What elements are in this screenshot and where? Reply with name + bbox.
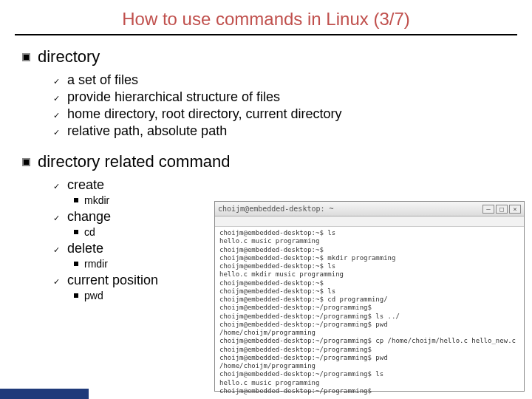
list-item: ✓ a set of files — [53, 72, 532, 88]
small-square-bullet-icon — [74, 230, 78, 234]
list-item: ✓ provide hierarchical structure of file… — [53, 89, 532, 105]
close-button[interactable]: × — [509, 205, 521, 214]
section-directory: directory ✓ a set of files ✓ provide hie… — [22, 47, 532, 139]
terminal-line: hello.c music programming — [219, 237, 519, 245]
sub-item-text: mkdir — [84, 194, 109, 206]
item-text: change — [67, 209, 111, 225]
list-item: ✓ home directory, root directory, curren… — [53, 106, 532, 122]
terminal-line: hello.c music programming — [219, 379, 519, 387]
window-titlebar: choijm@embedded-desktop: ~ – □ × — [215, 202, 524, 216]
window-menubar — [215, 216, 524, 227]
maximize-button[interactable]: □ — [496, 205, 508, 214]
check-icon: ✓ — [53, 277, 60, 287]
item-text: delete — [67, 241, 103, 256]
terminal-line: choijm@embedded-desktop:~/programming$ — [219, 387, 519, 395]
small-square-bullet-icon — [74, 293, 78, 298]
terminal-line: choijm@embedded-desktop:~$ cd programmin… — [219, 296, 519, 304]
small-square-bullet-icon — [74, 198, 78, 202]
minimize-button[interactable]: – — [482, 205, 494, 214]
footer-accent-bar — [0, 389, 89, 399]
terminal-line: /home/choijm/programming — [219, 329, 519, 337]
terminal-line: choijm@embedded-desktop:~/programming$ — [219, 346, 519, 354]
sub-item-text: cd — [84, 226, 95, 238]
check-icon: ✓ — [53, 128, 60, 137]
terminal-line: choijm@embedded-desktop:~/programming$ — [219, 304, 519, 312]
terminal-window: choijm@embedded-desktop: ~ – □ × choijm@… — [214, 201, 525, 392]
sub-item-text: rmdir — [84, 258, 108, 270]
slide-title: How to use commands in Linux (3/7) — [0, 0, 532, 34]
item-text: current position — [67, 273, 158, 288]
item-text: create — [67, 177, 104, 193]
check-icon: ✓ — [53, 214, 60, 223]
terminal-line: choijm@embedded-desktop:~$ ls — [219, 229, 519, 237]
terminal-line: choijm@embedded-desktop:~/programming$ p… — [219, 321, 519, 329]
sub-item-text: pwd — [84, 290, 103, 301]
terminal-line: choijm@embedded-desktop:~$ — [219, 246, 519, 254]
heading-1: directory related command — [22, 152, 532, 171]
item-text: relative path, absolute path — [67, 123, 227, 139]
heading-1: directory — [22, 47, 532, 66]
square-bullet-icon — [22, 53, 30, 61]
check-icon: ✓ — [53, 111, 60, 120]
terminal-line: choijm@embedded-desktop:~$ — [219, 279, 519, 287]
terminal-line: choijm@embedded-desktop:~$ ls — [219, 287, 519, 296]
list-item: ✓ create — [53, 177, 532, 193]
terminal-line: hello.c mkdir music programming — [219, 270, 519, 279]
terminal-line: choijm@embedded-desktop:~$ mkdir program… — [219, 254, 519, 262]
check-icon: ✓ — [53, 94, 60, 103]
terminal-line: choijm@embedded-desktop:~/programming$ l… — [219, 370, 519, 378]
check-icon: ✓ — [53, 182, 60, 191]
window-title: choijm@embedded-desktop: ~ — [218, 205, 334, 213]
window-buttons: – □ × — [482, 205, 521, 214]
square-bullet-icon — [22, 158, 30, 166]
check-icon: ✓ — [53, 77, 60, 86]
terminal-line: /home/choijm/programming — [219, 362, 519, 370]
terminal-line: choijm@embedded-desktop:~$ ls — [219, 262, 519, 270]
terminal-body: choijm@embedded-desktop:~$ lshello.c mus… — [215, 227, 524, 398]
terminal-line: choijm@embedded-desktop:~/programming$ l… — [219, 313, 519, 321]
item-text: a set of files — [67, 72, 138, 88]
heading-text: directory related command — [38, 152, 230, 171]
check-icon: ✓ — [53, 245, 60, 255]
item-text: provide hierarchical structure of files — [67, 89, 280, 105]
list-level-2: ✓ a set of files ✓ provide hierarchical … — [22, 72, 532, 139]
heading-text: directory — [38, 47, 100, 66]
title-rule — [15, 34, 517, 35]
terminal-line: choijm@embedded-desktop:~/programming$ p… — [219, 354, 519, 362]
list-item: ✓ relative path, absolute path — [53, 123, 532, 139]
small-square-bullet-icon — [74, 262, 78, 266]
item-text: home directory, root directory, current … — [67, 106, 341, 122]
terminal-line: choijm@embedded-desktop:~/programming$ c… — [219, 337, 519, 345]
